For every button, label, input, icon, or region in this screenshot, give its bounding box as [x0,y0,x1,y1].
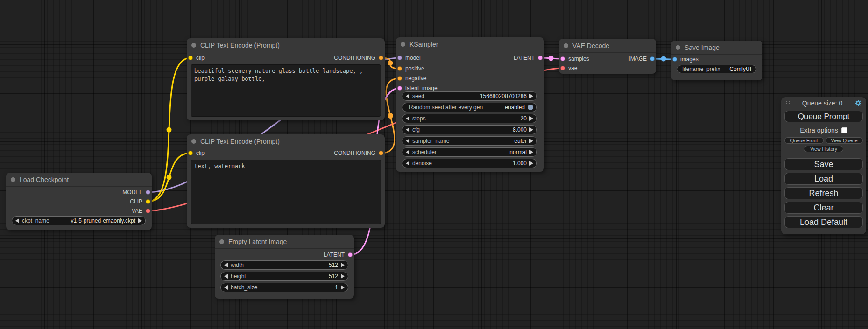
refresh-button[interactable]: Refresh [784,187,863,199]
collapse-dot-icon[interactable] [219,239,224,244]
node-titlebar[interactable]: VAE Decode [559,39,656,53]
node-titlebar[interactable]: Load Checkpoint [6,173,152,187]
clip-input-dot[interactable] [188,151,193,155]
save-button[interactable]: Save [784,158,863,170]
collapse-dot-icon[interactable] [11,177,15,182]
vae-output-dot[interactable] [146,209,150,213]
load-button[interactable]: Load [784,173,863,185]
node-clip-text-encode-positive[interactable]: CLIP Text Encode (Prompt) clip CONDITION… [187,38,385,120]
decrement-arrow-icon[interactable] [224,263,228,267]
node-vae-decode[interactable]: VAE Decode samples vae IMAGE [559,39,656,74]
load-default-button[interactable]: Load Default [784,216,863,228]
drag-handle-icon[interactable] [786,101,790,105]
decrement-arrow-icon[interactable] [406,150,409,154]
conditioning-output-dot[interactable] [379,56,383,60]
latent-output-dot[interactable] [348,252,353,257]
view-history-button[interactable]: View History [804,146,843,152]
image-output-dot[interactable] [650,56,655,61]
node-titlebar[interactable]: Empty Latent Image [215,235,354,249]
widget-seed[interactable]: seed 156680208700286 [402,91,537,101]
widget-batch-size[interactable]: batch_size 1 [220,283,348,292]
gear-icon[interactable] [854,99,862,107]
decrement-arrow-icon[interactable] [406,161,409,166]
decrement-arrow-icon[interactable] [224,285,228,290]
positive-input-dot[interactable] [397,66,402,71]
node-titlebar[interactable]: Save Image [671,41,762,55]
node-titlebar[interactable]: KSampler [396,37,544,51]
positive-prompt-textarea[interactable]: beautiful scenery nature glass bottle la… [191,64,381,117]
link-dot [167,127,172,133]
widget-sampler-name[interactable]: sampler_name euler [402,136,537,146]
decrement-arrow-icon[interactable] [406,127,409,132]
widget-value: ComfyUI [729,66,751,72]
widget-denoise[interactable]: denoise 1.000 [402,159,537,168]
toggle-enabled-icon[interactable] [528,105,533,110]
widget-steps[interactable]: steps 20 [402,114,537,123]
negative-input-dot[interactable] [397,76,402,81]
increment-arrow-icon[interactable] [529,150,533,154]
decrement-arrow-icon[interactable] [406,94,409,98]
increment-arrow-icon[interactable] [529,127,533,132]
increment-arrow-icon[interactable] [138,218,142,223]
slot-label: IMAGE [628,56,647,62]
node-titlebar[interactable]: CLIP Text Encode (Prompt) [187,38,385,52]
decrement-arrow-icon[interactable] [406,139,409,143]
node-clip-text-encode-negative[interactable]: CLIP Text Encode (Prompt) clip CONDITION… [187,134,385,228]
widget-height[interactable]: height 512 [220,272,348,281]
decrement-arrow-icon[interactable] [406,116,409,121]
increment-arrow-icon[interactable] [341,274,345,279]
clip-output-dot[interactable] [146,199,150,204]
node-load-checkpoint[interactable]: Load Checkpoint MODEL CLIP VAE ckpt_name… [6,173,152,230]
queue-panel: Queue size: 0 Queue Prompt Extra options… [781,97,866,234]
conditioning-output-dot[interactable] [379,151,383,155]
widget-cfg[interactable]: cfg 8.000 [402,125,537,134]
collapse-dot-icon[interactable] [191,43,196,48]
model-input-dot[interactable] [397,56,402,60]
queue-front-button[interactable]: Queue Front [784,137,824,144]
node-empty-latent-image[interactable]: Empty Latent Image LATENT width 512 heig… [215,235,354,299]
widget-filename-prefix[interactable]: filename_prefix ComfyUI [677,65,756,73]
widget-value: 8.000 [513,126,527,133]
latent-image-input-dot[interactable] [397,86,402,91]
decrement-arrow-icon[interactable] [224,274,228,279]
widget-width[interactable]: width 512 [220,260,348,270]
vae-input-dot[interactable] [560,66,565,70]
widget-value: 20 [521,115,527,122]
increment-arrow-icon[interactable] [341,285,345,290]
collapse-dot-icon[interactable] [676,45,680,50]
clip-input-dot[interactable] [188,56,193,60]
widget-ckpt-name[interactable]: ckpt_name v1-5-pruned-emaonly.ckpt [12,216,146,225]
node-ksampler[interactable]: KSampler model positive negative latent_… [396,37,544,172]
model-output-dot[interactable] [146,190,150,195]
samples-input-dot[interactable] [560,56,565,61]
slot-label: CLIP [130,198,142,205]
increment-arrow-icon[interactable] [529,94,533,98]
node-graph-canvas[interactable]: Load Checkpoint MODEL CLIP VAE ckpt_name… [0,0,868,329]
increment-arrow-icon[interactable] [529,116,533,121]
node-save-image[interactable]: Save Image images filename_prefix ComfyU… [671,41,762,80]
extra-options-row: Extra options [784,126,863,134]
node-titlebar[interactable]: CLIP Text Encode (Prompt) [187,134,385,148]
increment-arrow-icon[interactable] [529,139,533,143]
latent-output-dot[interactable] [538,56,543,60]
collapse-dot-icon[interactable] [191,139,196,144]
collapse-dot-icon[interactable] [401,42,405,47]
increment-arrow-icon[interactable] [341,263,345,267]
slot-latent-output: LATENT [324,250,353,259]
images-input-dot[interactable] [672,57,677,62]
clear-button[interactable]: Clear [784,202,863,214]
widget-random-seed-toggle[interactable]: Random seed after every gen enabled [402,103,537,112]
widget-scheduler[interactable]: scheduler normal [402,147,537,157]
increment-arrow-icon[interactable] [529,161,533,166]
decrement-arrow-icon[interactable] [15,218,19,223]
negative-prompt-textarea[interactable]: text, watermark [191,160,381,224]
widget-value: v1-5-pruned-emaonly.ckpt [71,217,135,224]
extra-options-label: Extra options [800,126,838,134]
extra-options-checkbox[interactable] [841,127,847,133]
view-queue-button[interactable]: View Queue [826,137,863,144]
queue-prompt-button[interactable]: Queue Prompt [784,111,863,122]
slot-label: CONDITIONING [334,150,375,156]
collapse-dot-icon[interactable] [564,43,568,48]
widget-value: 156680208700286 [480,93,527,99]
slot-negative-input: negative [397,74,426,83]
